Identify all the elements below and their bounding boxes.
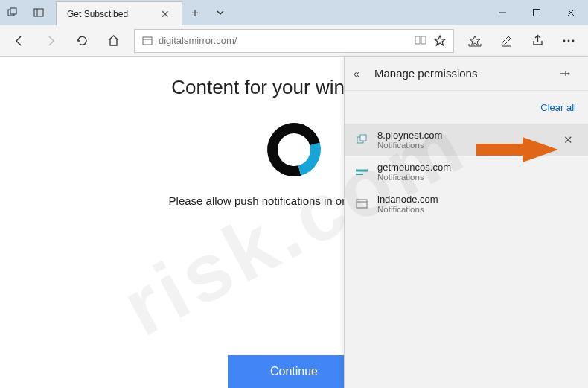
- svg-rect-19: [360, 135, 366, 141]
- svg-point-15: [568, 39, 570, 42]
- tab-close-icon[interactable]: ✕: [156, 8, 174, 20]
- close-window-button[interactable]: [554, 0, 588, 25]
- svg-point-17: [568, 72, 570, 74]
- site-icon: [355, 197, 368, 211]
- tab-actions-icon[interactable]: [0, 7, 25, 18]
- svg-point-16: [572, 39, 575, 42]
- svg-rect-1: [10, 8, 16, 14]
- back-button[interactable]: [4, 26, 34, 56]
- forward-button[interactable]: [36, 26, 65, 56]
- tab-tools-icon[interactable]: [208, 0, 233, 25]
- panel-back-button[interactable]: «: [354, 68, 374, 80]
- loading-spinner-icon: [258, 113, 330, 186]
- svg-rect-2: [34, 9, 43, 16]
- permission-item[interactable]: getmeuncos.com Notifications: [345, 156, 588, 188]
- permission-type: Notifications: [377, 205, 578, 214]
- window-titlebar: Get Subsctibed ✕ ＋: [0, 0, 588, 25]
- maximize-button[interactable]: [520, 0, 554, 25]
- permission-type: Notifications: [377, 141, 549, 150]
- permission-domain: getmeuncos.com: [377, 162, 578, 173]
- url-text: digitalsmirror.com/: [156, 35, 415, 46]
- site-icon: [355, 165, 368, 179]
- site-icon: [355, 133, 368, 147]
- new-tab-button[interactable]: ＋: [182, 0, 208, 25]
- reading-view-icon[interactable]: [415, 35, 426, 47]
- tab-title: Get Subsctibed: [67, 9, 156, 19]
- notes-button[interactable]: [491, 26, 521, 56]
- address-bar[interactable]: digitalsmirror.com/: [134, 29, 454, 53]
- svg-point-14: [563, 39, 566, 42]
- pin-icon[interactable]: [558, 69, 579, 79]
- minimize-button[interactable]: [485, 0, 520, 25]
- permission-domain: indanode.com: [377, 194, 578, 205]
- site-info-icon[interactable]: [139, 36, 156, 46]
- home-button[interactable]: [98, 26, 128, 56]
- svg-rect-8: [143, 37, 152, 45]
- favorites-button[interactable]: [460, 26, 490, 56]
- titlebar-left: [0, 0, 51, 25]
- permissions-list: 8.ploynest.com Notifications ✕ getmeunco…: [345, 124, 588, 220]
- panel-subheader: Clear all: [345, 91, 588, 124]
- clear-all-link[interactable]: Clear all: [540, 102, 576, 113]
- set-aside-icon[interactable]: [26, 7, 51, 18]
- permission-domain: 8.ploynest.com: [377, 130, 549, 141]
- settings-menu-button[interactable]: [554, 26, 584, 56]
- refresh-button[interactable]: [67, 26, 97, 56]
- remove-permission-button[interactable]: ✕: [558, 133, 578, 147]
- browser-tab[interactable]: Get Subsctibed ✕: [56, 1, 182, 25]
- permissions-panel: « Manage permissions Clear all 8.ploynes…: [344, 57, 588, 388]
- browser-toolbar: digitalsmirror.com/: [0, 25, 588, 57]
- continue-button[interactable]: Continue: [228, 355, 360, 388]
- favorite-icon[interactable]: [434, 35, 446, 47]
- svg-rect-22: [357, 200, 367, 208]
- share-button[interactable]: [523, 26, 552, 56]
- permission-type: Notifications: [377, 173, 578, 182]
- permission-item[interactable]: 8.ploynest.com Notifications ✕: [345, 124, 588, 156]
- panel-title: Manage permissions: [374, 67, 558, 80]
- svg-rect-5: [534, 10, 540, 16]
- window-controls: [485, 0, 588, 25]
- permission-item[interactable]: indanode.com Notifications: [345, 188, 588, 220]
- panel-header: « Manage permissions: [345, 57, 588, 91]
